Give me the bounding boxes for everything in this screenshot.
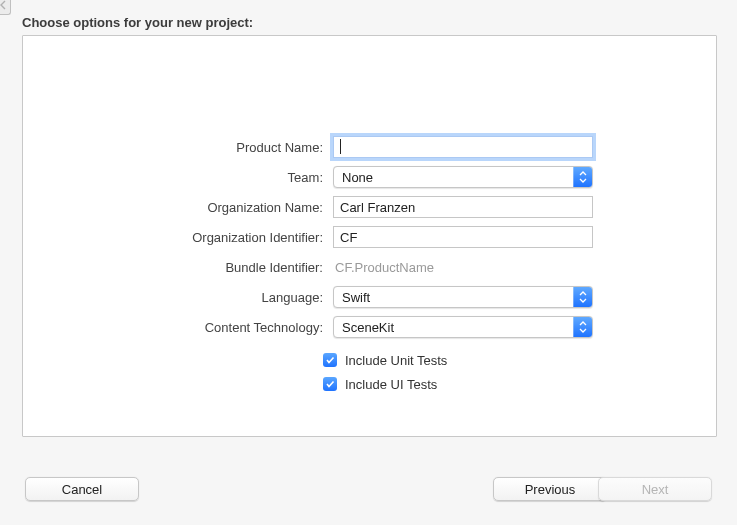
organization-identifier-label: Organization Identifier: <box>23 230 333 245</box>
include-ui-tests-checkbox[interactable] <box>323 377 337 391</box>
organization-identifier-input[interactable] <box>333 226 593 248</box>
include-ui-tests-row[interactable]: Include UI Tests <box>323 372 583 396</box>
footer-bar: Cancel Previous Next <box>0 477 737 507</box>
product-name-label: Product Name: <box>23 140 333 155</box>
options-form: Product Name: Team: None <box>23 132 716 396</box>
bundle-identifier-value: CF.ProductName <box>333 258 593 277</box>
sheet-heading: Choose options for your new project: <box>22 15 253 30</box>
include-unit-tests-label: Include Unit Tests <box>345 353 447 368</box>
language-value: Swift <box>342 290 584 305</box>
organization-name-input[interactable] <box>333 196 593 218</box>
popup-stepper-icon <box>573 167 592 187</box>
popup-stepper-icon <box>573 317 592 337</box>
content-technology-popup[interactable]: SceneKit <box>333 316 593 338</box>
team-value: None <box>342 170 584 185</box>
content-technology-label: Content Technology: <box>23 320 333 335</box>
text-cursor <box>340 139 341 154</box>
tab-nub[interactable] <box>0 0 11 15</box>
bundle-identifier-label: Bundle Identifier: <box>23 260 333 275</box>
cancel-button[interactable]: Cancel <box>25 477 139 501</box>
previous-button[interactable]: Previous <box>493 477 607 501</box>
team-label: Team: <box>23 170 333 185</box>
product-name-input[interactable] <box>333 136 593 158</box>
include-unit-tests-checkbox[interactable] <box>323 353 337 367</box>
organization-name-label: Organization Name: <box>23 200 333 215</box>
include-unit-tests-row[interactable]: Include Unit Tests <box>323 348 583 372</box>
include-ui-tests-label: Include UI Tests <box>345 377 437 392</box>
options-panel: Product Name: Team: None <box>22 35 717 437</box>
new-project-options-sheet: Choose options for your new project: Pro… <box>0 0 737 525</box>
language-label: Language: <box>23 290 333 305</box>
popup-stepper-icon <box>573 287 592 307</box>
content-technology-value: SceneKit <box>342 320 584 335</box>
team-popup[interactable]: None <box>333 166 593 188</box>
language-popup[interactable]: Swift <box>333 286 593 308</box>
next-button: Next <box>598 477 712 501</box>
